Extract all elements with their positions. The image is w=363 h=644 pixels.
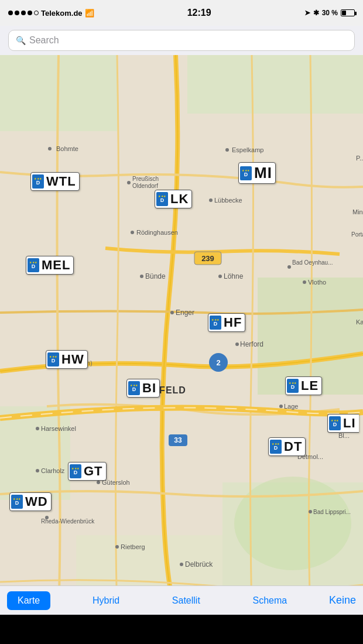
svg-point-26 — [131, 231, 134, 234]
svg-rect-2 — [187, 55, 363, 114]
plate-flag-WD: ★★★ D — [11, 495, 23, 509]
plate-code-LK: LK — [170, 191, 189, 207]
svg-point-21 — [127, 181, 131, 184]
signal-dot-2 — [15, 11, 19, 15]
carrier-label: Telekom.de — [41, 9, 83, 18]
svg-text:Löhne: Löhne — [224, 272, 244, 280]
battery-percent: 30 % — [322, 9, 338, 17]
plate-flag-WTL: ★★★ D — [32, 174, 44, 189]
map-background: 2 33 33 239 Bohmte Espelkamp Preußisch O… — [0, 55, 363, 615]
svg-text:Delbrück: Delbrück — [185, 560, 213, 568]
svg-text:Vlotho: Vlotho — [308, 279, 326, 286]
svg-text:Bohmte: Bohmte — [56, 145, 78, 152]
plate-WTL[interactable]: ★★★ D WTL — [30, 172, 80, 191]
plate-flag-MEL: ★★★ D — [28, 258, 39, 272]
svg-text:Gütersloh: Gütersloh — [102, 479, 130, 486]
svg-text:Rietberg: Rietberg — [121, 543, 145, 550]
plate-HF[interactable]: ★★★ D HF — [208, 313, 245, 332]
status-left: Telekom.de 📶 — [8, 9, 94, 18]
svg-text:2: 2 — [216, 358, 220, 367]
plate-DT[interactable]: ★★★ D DT — [268, 437, 306, 456]
plate-code-MEL: MEL — [42, 258, 70, 273]
map-container[interactable]: 2 33 33 239 Bohmte Espelkamp Preußisch O… — [0, 55, 363, 615]
plate-code-HW: HW — [61, 352, 84, 367]
signal-dot-1 — [8, 11, 13, 15]
plate-code-GT: GT — [84, 464, 103, 479]
svg-text:Herford: Herford — [240, 340, 263, 348]
svg-point-38 — [235, 342, 239, 346]
svg-text:P...: P... — [356, 155, 363, 162]
svg-text:239: 239 — [201, 254, 214, 263]
svg-text:Bad Lippspri...: Bad Lippspri... — [313, 509, 351, 515]
search-input-container[interactable]: 🔍 Search — [8, 30, 355, 51]
svg-text:Bl...: Bl... — [338, 432, 350, 439]
battery-fill — [342, 11, 346, 15]
location-icon: ➤ — [304, 9, 310, 17]
plate-BI[interactable]: ★★★ D BI — [126, 379, 160, 398]
plate-flag-DT: ★★★ D — [270, 440, 282, 454]
svg-point-17 — [48, 147, 52, 150]
svg-text:Espelkamp: Espelkamp — [232, 146, 263, 153]
plate-code-LE: LE — [301, 378, 319, 393]
map-type-satellit-button[interactable]: Satellit — [162, 591, 211, 610]
plate-code-LI: LI — [343, 416, 356, 431]
bluetooth-icon: ✱ — [313, 9, 319, 17]
map-type-karte-button[interactable]: Karte — [7, 591, 50, 610]
svg-text:Ka...: Ka... — [356, 318, 363, 326]
plate-flag-LK: ★★★ D — [156, 192, 168, 206]
svg-text:Preußisch: Preußisch — [132, 176, 159, 182]
plate-HW[interactable]: ★★★ D HW — [46, 350, 88, 369]
svg-point-36 — [170, 311, 174, 314]
map-type-hybrid-button[interactable]: Hybrid — [82, 591, 130, 610]
search-placeholder: Search — [29, 35, 59, 46]
plate-code-BI: BI — [142, 381, 156, 396]
plate-flag-GT: ★★★ D — [70, 464, 81, 478]
svg-point-54 — [115, 545, 119, 549]
keine-button[interactable]: Keine — [329, 594, 356, 607]
status-time: 12:19 — [187, 8, 211, 18]
signal-dot-4 — [28, 11, 32, 15]
svg-text:Rheda-Wiedenbrück: Rheda-Wiedenbrück — [41, 518, 95, 525]
signal-dot-5 — [34, 11, 39, 15]
svg-text:Lübbecke: Lübbecke — [214, 197, 242, 204]
plate-flag-HW: ★★★ D — [47, 352, 59, 366]
svg-point-24 — [209, 198, 213, 202]
plate-LK[interactable]: ★★★ D LK — [155, 190, 192, 208]
svg-text:Clarholz: Clarholz — [41, 467, 65, 474]
plate-LE[interactable]: ★★★ D LE — [285, 376, 322, 395]
plate-code-WD: WD — [25, 494, 48, 509]
plate-flag-LI: ★★★ D — [329, 416, 341, 430]
plate-LI[interactable]: ★★★ D LI — [327, 414, 359, 433]
svg-point-46 — [36, 427, 39, 430]
svg-text:Min...: Min... — [352, 208, 363, 215]
svg-point-56 — [180, 563, 183, 566]
svg-text:33: 33 — [174, 436, 182, 444]
plate-code-DT: DT — [284, 439, 302, 454]
search-bar: 🔍 Search — [0, 26, 363, 55]
svg-point-34 — [303, 280, 306, 284]
svg-point-28 — [287, 265, 291, 269]
svg-text:Portal: Portal — [351, 231, 363, 238]
svg-point-32 — [218, 275, 222, 278]
signal-dot-3 — [21, 11, 26, 15]
wifi-icon: 📶 — [85, 9, 94, 18]
svg-text:Oldendorf: Oldendorf — [132, 183, 158, 189]
plate-flag-MI: ★★★ D — [240, 166, 252, 180]
plate-MI[interactable]: ★★★ D MI — [238, 162, 276, 184]
svg-text:Lage: Lage — [284, 403, 298, 410]
map-type-schema-button[interactable]: Schema — [242, 591, 298, 610]
plate-WD[interactable]: ★★★ D WD — [9, 492, 52, 511]
svg-point-19 — [225, 148, 229, 152]
plate-code-MI: MI — [254, 164, 272, 182]
svg-text:Harsewinkel: Harsewinkel — [41, 425, 76, 432]
svg-point-58 — [309, 510, 312, 513]
svg-text:Bünde: Bünde — [145, 272, 166, 280]
plate-code-WTL: WTL — [46, 174, 76, 189]
plate-GT[interactable]: ★★★ D GT — [68, 462, 107, 481]
signal-dots — [8, 11, 39, 15]
svg-point-7 — [234, 477, 351, 570]
battery-icon — [341, 9, 355, 16]
svg-point-30 — [140, 275, 143, 278]
plate-MEL[interactable]: ★★★ D MEL — [26, 256, 74, 275]
plate-flag-BI: ★★★ D — [128, 381, 140, 395]
